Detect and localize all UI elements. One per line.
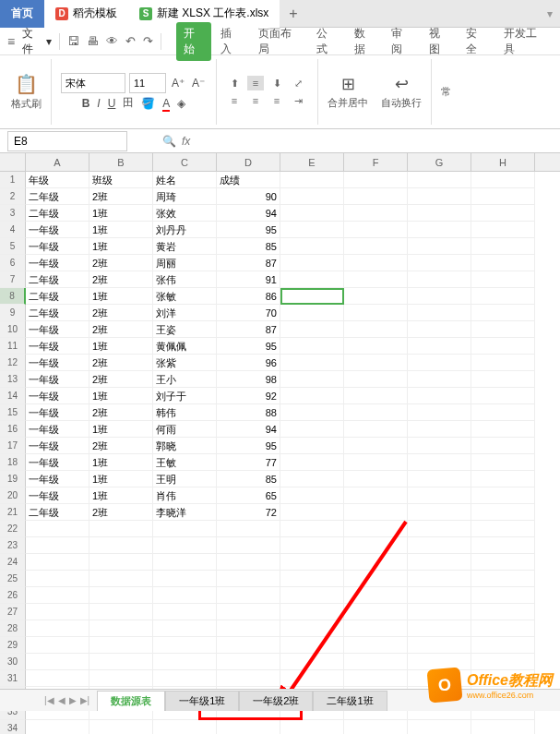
cell[interactable]	[26, 554, 89, 571]
row-header[interactable]: 5	[0, 238, 26, 255]
row-header[interactable]: 18	[0, 454, 26, 471]
cell[interactable]	[344, 355, 408, 371]
cell[interactable]	[280, 720, 344, 734]
cell[interactable]	[344, 438, 408, 454]
align-left-icon[interactable]: ≡	[226, 93, 243, 108]
row-header[interactable]: 34	[0, 720, 26, 734]
cell[interactable]	[471, 222, 535, 238]
cell[interactable]	[280, 271, 344, 288]
cell[interactable]: 成绩	[217, 172, 280, 188]
cell[interactable]	[153, 521, 217, 537]
cell[interactable]	[280, 172, 344, 188]
cell[interactable]	[280, 487, 344, 504]
cell[interactable]	[471, 388, 535, 404]
cell[interactable]	[344, 338, 408, 355]
cell[interactable]	[217, 654, 280, 670]
cell[interactable]	[471, 271, 535, 288]
cell[interactable]: 刘洋	[153, 305, 217, 321]
cell[interactable]: 郭晓	[153, 438, 217, 454]
cell[interactable]: 二年级	[26, 205, 89, 222]
sheet-nav-last-icon[interactable]: ▶|	[80, 695, 90, 705]
cell[interactable]	[89, 521, 153, 537]
cell[interactable]: 一年级	[26, 388, 89, 404]
cell[interactable]: 黄佩佩	[153, 338, 217, 355]
row-header[interactable]: 24	[0, 554, 26, 571]
ribbon-tab-0[interactable]: 开始	[176, 22, 212, 61]
cell[interactable]	[471, 305, 535, 321]
cell[interactable]: 一年级	[26, 371, 89, 388]
cell[interactable]	[280, 587, 344, 604]
cell[interactable]	[280, 421, 344, 438]
cell[interactable]	[280, 321, 344, 338]
cell[interactable]	[280, 537, 344, 554]
row-header[interactable]: 8	[0, 288, 26, 305]
cell[interactable]	[471, 238, 535, 255]
font-size-select[interactable]	[129, 73, 166, 93]
ribbon-tab-2[interactable]: 页面布局	[251, 22, 307, 61]
col-header[interactable]: C	[153, 153, 217, 171]
cell[interactable]	[344, 238, 408, 255]
cell[interactable]	[344, 654, 408, 670]
row-header[interactable]: 29	[0, 637, 26, 654]
cell[interactable]: 1班	[89, 205, 153, 222]
row-header[interactable]: 2	[0, 188, 26, 205]
cell[interactable]	[344, 288, 408, 305]
row-header[interactable]: 15	[0, 404, 26, 421]
cell[interactable]	[344, 255, 408, 271]
cell[interactable]	[408, 388, 471, 404]
search-icon[interactable]: 🔍	[162, 135, 176, 148]
cell[interactable]	[344, 321, 408, 338]
italic-button[interactable]: I	[95, 97, 101, 110]
cell[interactable]	[153, 571, 217, 587]
cell[interactable]	[408, 371, 471, 388]
cell[interactable]: 张紫	[153, 355, 217, 371]
cell[interactable]: 88	[217, 404, 280, 421]
merge-group[interactable]: ⊞ 合并居中	[324, 59, 372, 125]
align-top-icon[interactable]: ⬆	[226, 76, 243, 90]
sheet-nav-next-icon[interactable]: ▶	[69, 695, 77, 705]
cell[interactable]	[26, 620, 89, 637]
cell[interactable]: 1班	[89, 487, 153, 504]
cell[interactable]	[153, 537, 217, 554]
cell[interactable]	[408, 471, 471, 487]
docer-tab[interactable]: D 稻壳模板	[44, 0, 128, 28]
cell[interactable]: 一年级	[26, 421, 89, 438]
fill-color-button[interactable]: 🪣	[139, 97, 157, 110]
cell[interactable]: 刘丹丹	[153, 222, 217, 238]
row-header[interactable]: 31	[0, 670, 26, 687]
cell[interactable]	[280, 454, 344, 471]
fx-label[interactable]: fx	[182, 135, 190, 148]
menu-icon[interactable]: ≡	[7, 34, 15, 49]
cell[interactable]	[344, 305, 408, 321]
ribbon-tab-3[interactable]: 公式	[309, 22, 345, 61]
row-header[interactable]: 27	[0, 604, 26, 620]
cell[interactable]: 一年级	[26, 487, 89, 504]
cell[interactable]: 98	[217, 371, 280, 388]
cell[interactable]: 班级	[89, 172, 153, 188]
cell[interactable]: 1班	[89, 288, 153, 305]
cell[interactable]	[280, 670, 344, 687]
cell[interactable]: 一年级	[26, 321, 89, 338]
row-header[interactable]: 14	[0, 388, 26, 404]
row-header[interactable]: 4	[0, 222, 26, 238]
cell[interactable]	[344, 587, 408, 604]
font-color-button[interactable]: A	[161, 97, 172, 110]
cell[interactable]: 二年级	[26, 288, 89, 305]
cell[interactable]	[89, 537, 153, 554]
cell[interactable]	[471, 371, 535, 388]
cell[interactable]	[217, 521, 280, 537]
col-header[interactable]: E	[280, 153, 344, 171]
cell[interactable]	[408, 255, 471, 271]
cell[interactable]	[280, 371, 344, 388]
cell[interactable]	[344, 537, 408, 554]
cell[interactable]: 65	[217, 487, 280, 504]
cell[interactable]	[471, 637, 535, 654]
row-header[interactable]: 21	[0, 504, 26, 521]
cell[interactable]	[471, 504, 535, 521]
cell[interactable]	[471, 188, 535, 205]
cell[interactable]: 一年级	[26, 454, 89, 471]
cell[interactable]	[217, 604, 280, 620]
row-header[interactable]: 22	[0, 521, 26, 537]
cell[interactable]: 2班	[89, 271, 153, 288]
tab-list-icon[interactable]: ▾	[547, 7, 553, 20]
